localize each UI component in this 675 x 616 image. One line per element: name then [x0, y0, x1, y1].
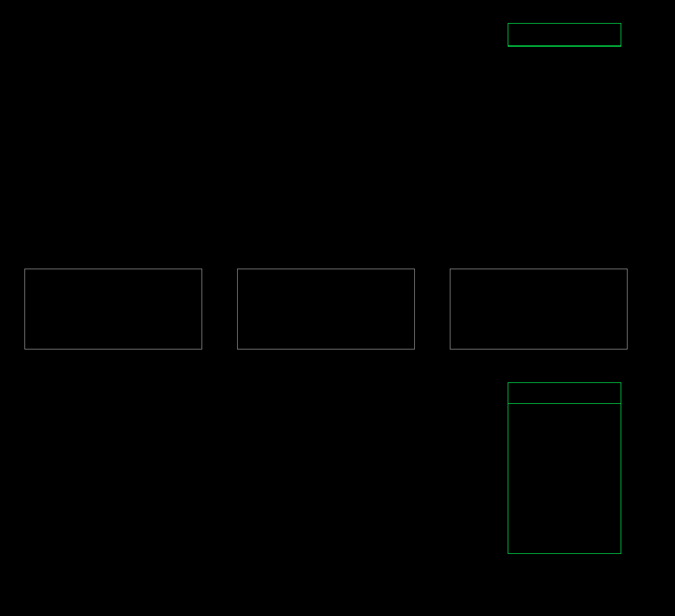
thumbnail-canvas	[25, 269, 202, 349]
thumbnail-canvas	[238, 269, 414, 349]
thumbnail-evidence-f2	[450, 269, 628, 350]
thumbnail-canvas	[450, 269, 627, 349]
autoscala-screen	[0, 0, 675, 616]
top-ionogram-canvas	[23, 22, 500, 236]
thumbnail-eliminate-reflections	[237, 269, 415, 350]
thumbnail-original-ionogram	[24, 269, 202, 350]
autoscala-table-title	[508, 24, 621, 46]
aip-output-table	[508, 382, 621, 554]
autoscala-output-table	[508, 23, 621, 47]
aip-table-title	[508, 383, 621, 404]
bottom-ionogram-canvas	[23, 383, 499, 595]
